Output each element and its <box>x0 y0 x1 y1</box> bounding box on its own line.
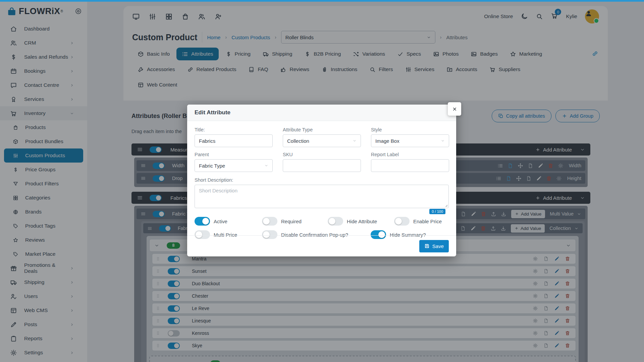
close-button[interactable] <box>448 102 461 116</box>
modal-body: Title: Attribute Type Collection Style I… <box>187 121 456 239</box>
style-label: Style <box>371 127 449 132</box>
save-button[interactable]: Save <box>419 240 449 252</box>
title-input[interactable] <box>195 134 273 147</box>
attribute-type-label: Attribute Type <box>283 127 361 132</box>
modal-footer: Save <box>187 235 456 256</box>
enable-price-toggle[interactable] <box>394 217 410 226</box>
modal-header: Edit Attribute <box>187 105 456 121</box>
report-label-input[interactable] <box>371 159 449 172</box>
toggle-label: Required <box>281 219 302 224</box>
resize-handle-icon[interactable] <box>444 203 448 207</box>
toggle-label: Active <box>214 219 227 224</box>
chevron-down-icon <box>441 139 445 143</box>
style-select[interactable]: Image Box <box>371 134 449 147</box>
chevron-down-icon <box>353 139 357 143</box>
save-icon <box>424 243 430 249</box>
short-description-label: Short Description: <box>195 177 449 183</box>
sku-label: SKU <box>283 152 361 157</box>
top-accent-bar <box>0 0 644 2</box>
modal-title: Edit Attribute <box>195 109 230 116</box>
short-description-placeholder: Short Description <box>199 188 237 193</box>
parent-value: Fabric Type <box>199 163 225 169</box>
required-toggle[interactable] <box>262 217 277 226</box>
short-description-textarea[interactable]: Short Description <box>195 185 449 208</box>
hide-attribute-toggle[interactable] <box>328 217 343 226</box>
title-field-label: Title: <box>195 127 273 132</box>
toggle-label: Enable Price <box>413 219 442 224</box>
chevron-down-icon <box>264 164 268 168</box>
attribute-type-select[interactable]: Collection <box>283 134 361 147</box>
edit-attribute-modal: Edit Attribute Title: Attribute Type Col… <box>187 105 456 256</box>
parent-select[interactable]: Fabric Type <box>195 159 273 172</box>
toggle-label: Hide Attribute <box>347 219 377 224</box>
char-counter-badge: 0 / 100 <box>429 209 445 214</box>
active-toggle[interactable] <box>195 217 210 226</box>
parent-label: Parent <box>195 152 273 157</box>
sku-input[interactable] <box>283 159 361 172</box>
close-icon <box>452 107 457 112</box>
style-value: Image Box <box>375 138 399 144</box>
attribute-type-value: Collection <box>287 138 309 144</box>
report-label-label: Report Label <box>371 152 449 157</box>
